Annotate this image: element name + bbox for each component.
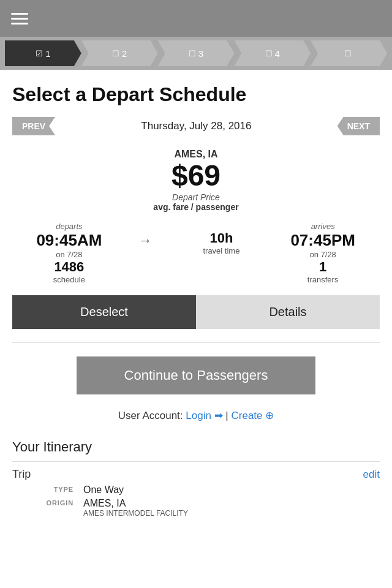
menu-button[interactable] <box>11 13 28 24</box>
user-account-section: User Account: Login ➡ | Create ⊕ <box>12 409 380 422</box>
depart-info: departs 09:45AM on 7/28 1486 schedule <box>18 222 120 285</box>
continue-section: Continue to Passengers <box>12 356 380 394</box>
step-3-label: 3 <box>198 48 203 59</box>
step-1[interactable]: ☑ 1 <box>5 40 81 66</box>
trip-label: Trip <box>12 468 31 481</box>
date-navigation: PREV Thursday, July 28, 2016 NEXT <box>12 117 380 135</box>
hamburger-line-2 <box>11 18 28 20</box>
prev-date-button[interactable]: PREV <box>12 117 55 135</box>
travel-info: 10h travel time <box>171 222 273 255</box>
arrives-label: arrives <box>272 222 374 231</box>
login-link[interactable]: Login ➡ <box>186 410 225 421</box>
arrives-date: on 7/28 <box>272 250 374 259</box>
itinerary-origin-row: ORIGIN AMES, IA AMES INTERMODEL FACILITY <box>37 498 380 518</box>
step-2[interactable]: ☐ 2 <box>81 40 158 66</box>
type-key: TYPE <box>37 484 74 493</box>
depart-price-label: Depart Price <box>12 192 380 202</box>
departs-date: on 7/28 <box>18 250 120 259</box>
deselect-button[interactable]: Deselect <box>12 295 196 329</box>
step-4-icon: ☐ <box>265 49 273 58</box>
step-5-icon: ☐ <box>344 49 352 58</box>
departs-time: 09:45AM <box>18 231 120 250</box>
origin-key: ORIGIN <box>37 498 74 507</box>
arrives-time: 07:45PM <box>272 231 374 250</box>
arrive-info: arrives 07:45PM on 7/28 1 transfers <box>272 222 374 285</box>
create-link[interactable]: Create ⊕ <box>232 410 274 421</box>
login-label: Login <box>186 410 211 421</box>
hamburger-line-1 <box>11 13 28 15</box>
origin-value: AMES, IA AMES INTERMODEL FACILITY <box>83 498 188 518</box>
details-button[interactable]: Details <box>196 295 380 329</box>
itinerary-details: TYPE One Way ORIGIN AMES, IA AMES INTERM… <box>12 484 380 518</box>
create-icon: ⊕ <box>265 409 274 422</box>
step-1-label: 1 <box>45 48 50 59</box>
step-5[interactable]: ☐ <box>311 40 387 66</box>
transfers-count: 1 <box>272 259 374 275</box>
continue-to-passengers-button[interactable]: Continue to Passengers <box>77 356 315 394</box>
main-content: Select a Depart Schedule PREV Thursday, … <box>0 70 392 422</box>
itinerary-title: Your Itinerary <box>12 439 380 455</box>
type-value: One Way <box>83 484 124 496</box>
origin-facility: AMES INTERMODEL FACILITY <box>83 509 188 518</box>
user-account-prefix: User Account: <box>118 410 183 421</box>
create-label: Create <box>232 410 263 421</box>
schedule-info: departs 09:45AM on 7/28 1486 schedule → … <box>12 222 380 285</box>
step-3[interactable]: ☐ 3 <box>158 40 235 66</box>
login-icon: ➡ <box>214 409 223 422</box>
avg-fare-label: avg. fare / passenger <box>12 202 380 212</box>
next-date-button[interactable]: NEXT <box>337 117 380 135</box>
action-buttons: Deselect Details <box>12 295 380 329</box>
fare-location: AMES, IA <box>12 149 380 160</box>
itinerary-type-row: TYPE One Way <box>37 484 380 496</box>
step-4[interactable]: ☐ 4 <box>234 40 311 66</box>
fare-price: $69 <box>12 160 380 192</box>
itinerary-section: Your Itinerary Trip edit TYPE One Way OR… <box>0 439 392 518</box>
edit-trip-link[interactable]: edit <box>363 469 380 481</box>
step-3-icon: ☐ <box>189 49 196 58</box>
hamburger-line-3 <box>11 23 28 24</box>
travel-time-label: travel time <box>171 246 273 255</box>
itinerary-trip-row: Trip edit <box>12 461 380 484</box>
schedule-number: 1486 <box>18 259 120 275</box>
travel-time: 10h <box>171 230 273 246</box>
transfers-label: transfers <box>272 275 374 284</box>
schedule-label: schedule <box>18 275 120 284</box>
arrow-icon: → <box>120 222 171 249</box>
separator: | <box>225 410 231 421</box>
page-title: Select a Depart Schedule <box>12 83 380 106</box>
step-1-icon: ☑ <box>36 49 43 58</box>
progress-steps: ☑ 1 ☐ 2 ☐ 3 ☐ 4 ☐ <box>0 37 392 70</box>
divider <box>12 342 380 343</box>
step-2-label: 2 <box>122 48 127 59</box>
current-date-label: Thursday, July 28, 2016 <box>141 120 251 132</box>
app-header <box>0 0 392 37</box>
step-2-icon: ☐ <box>112 49 119 58</box>
departs-label: departs <box>18 222 120 231</box>
step-4-label: 4 <box>275 48 280 59</box>
fare-card: AMES, IA $69 Depart Price avg. fare / pa… <box>12 149 380 212</box>
